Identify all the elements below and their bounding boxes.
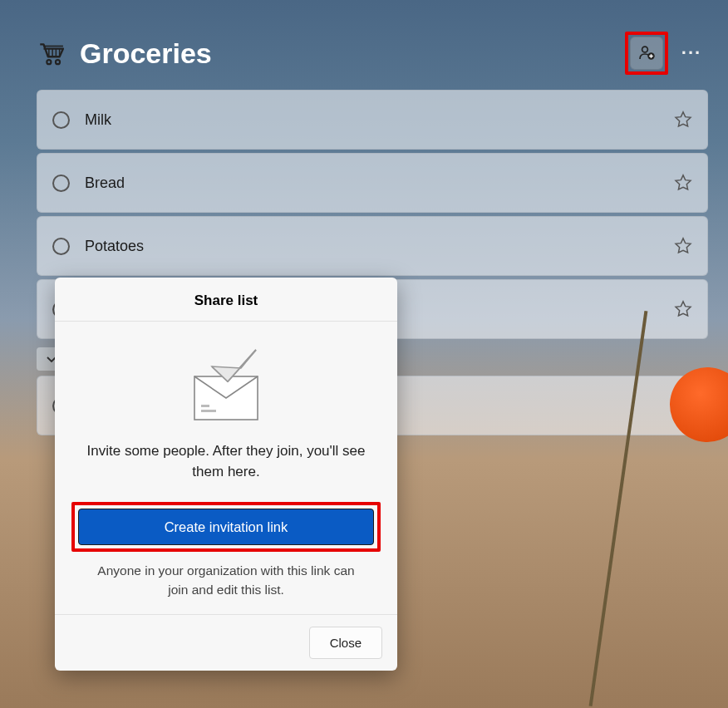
share-button-highlight xyxy=(625,32,668,75)
star-icon[interactable] xyxy=(674,300,692,318)
list-header: Groceries ··· xyxy=(0,0,728,90)
task-label: Bread xyxy=(85,175,674,192)
create-link-highlight: Create invitation link xyxy=(71,502,381,552)
app-window: Groceries ··· Milk Brea xyxy=(0,0,728,708)
list-title[interactable]: Groceries xyxy=(80,37,610,70)
more-options-button[interactable]: ··· xyxy=(675,37,708,70)
dialog-footer: Close xyxy=(55,614,397,671)
shopping-cart-icon xyxy=(37,39,65,67)
task-complete-checkbox[interactable] xyxy=(52,175,70,192)
task-row[interactable]: Potatoes xyxy=(37,216,708,276)
task-label: Milk xyxy=(85,111,674,129)
dialog-invite-text: Invite some people. After they join, you… xyxy=(71,441,381,482)
svg-point-0 xyxy=(47,60,51,64)
envelope-check-icon xyxy=(183,343,269,426)
header-actions: ··· xyxy=(625,32,708,75)
create-invitation-link-button[interactable]: Create invitation link xyxy=(78,509,374,545)
svg-point-1 xyxy=(56,60,60,64)
task-row[interactable]: Bread xyxy=(37,153,708,213)
dialog-subtext: Anyone in your organization with this li… xyxy=(71,562,381,599)
star-icon[interactable] xyxy=(674,174,692,192)
svg-point-2 xyxy=(642,47,648,52)
person-add-icon xyxy=(637,44,656,62)
svg-rect-5 xyxy=(201,405,209,407)
share-button[interactable] xyxy=(630,37,663,70)
close-button[interactable]: Close xyxy=(309,627,382,659)
svg-rect-6 xyxy=(201,410,216,412)
star-icon[interactable] xyxy=(674,237,692,255)
star-icon[interactable] xyxy=(674,111,692,129)
dialog-body: Invite some people. After they join, you… xyxy=(55,322,397,614)
dialog-title: Share list xyxy=(55,278,397,322)
task-complete-checkbox[interactable] xyxy=(52,111,70,129)
task-row[interactable]: Milk xyxy=(37,90,708,150)
task-label: Potatoes xyxy=(85,238,674,255)
share-list-dialog: Share list Invite some people. After the… xyxy=(55,278,397,671)
task-complete-checkbox[interactable] xyxy=(52,238,70,255)
